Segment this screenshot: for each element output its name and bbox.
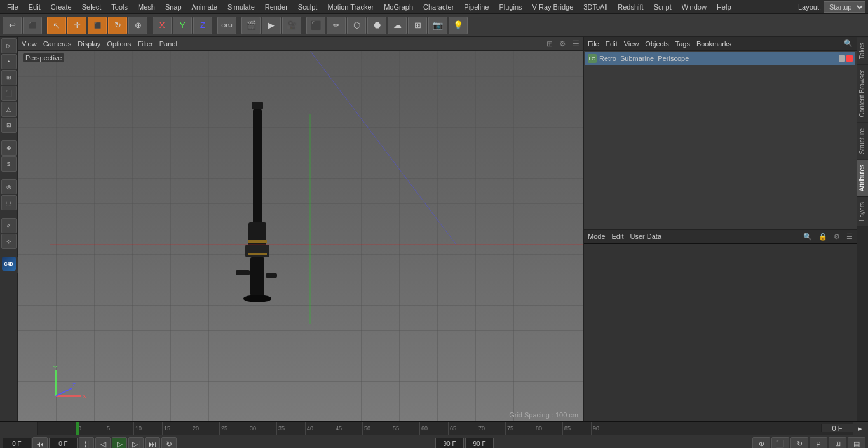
viewport[interactable]: View Cameras Display Options Filter Pane… (18, 37, 583, 421)
menu-redshift[interactable]: Redshift (613, 2, 648, 12)
menu-script[interactable]: Script (649, 2, 676, 12)
mode-edges[interactable]: ⊞ (1, 70, 17, 85)
redo-button[interactable]: ⬛ (23, 17, 42, 34)
vp-expand-icon[interactable]: ⊞ (546, 39, 553, 48)
transport-key-sel[interactable]: ⬛ (771, 437, 789, 449)
mode-sculpt[interactable]: △ (1, 102, 17, 117)
camera-button[interactable]: 📷 (428, 17, 447, 34)
layout-select[interactable]: Startup (824, 1, 865, 13)
transport-loop[interactable]: ↻ (161, 437, 177, 449)
rp-menu-tags[interactable]: Tags (675, 40, 690, 48)
snap-btn[interactable]: ⊕ (1, 140, 17, 156)
transport-current-field[interactable] (49, 438, 78, 449)
attr-settings-icon[interactable]: ⚙ (834, 233, 840, 241)
menu-vray[interactable]: V-Ray Bridge (528, 2, 578, 12)
menu-plugins[interactable]: Plugins (494, 2, 526, 12)
mode-points[interactable]: • (1, 54, 17, 69)
menu-create[interactable]: Create (46, 2, 76, 12)
mode-poly[interactable]: ⬛ (1, 86, 17, 101)
menu-select[interactable]: Select (78, 2, 106, 12)
pen-button[interactable]: ✏ (327, 17, 346, 34)
transport-fps-field[interactable] (465, 438, 494, 449)
rp-menu-view[interactable]: View (624, 40, 639, 48)
transport-key-auto[interactable]: ↻ (790, 437, 808, 449)
tab-takes[interactable]: Takes (857, 37, 868, 64)
vp-menu-display[interactable]: Display (78, 40, 100, 48)
render-view-button[interactable]: ▶ (262, 17, 281, 34)
transform-tool-button[interactable]: ⊕ (128, 17, 147, 34)
menu-3dtoall[interactable]: 3DToAll (579, 2, 612, 12)
menu-help[interactable]: Help (712, 2, 736, 12)
mode-uvw[interactable]: ⊡ (1, 118, 17, 133)
tab-layers[interactable]: Layers (857, 196, 868, 226)
y-axis-button[interactable]: Y (173, 17, 192, 34)
menu-sculpt[interactable]: Sculpt (294, 2, 322, 12)
attr-menu-icon[interactable]: ☰ (846, 233, 853, 241)
attr-menu-userdata[interactable]: User Data (630, 233, 662, 240)
object-axis-button[interactable]: OBJ (217, 17, 236, 34)
menu-edit[interactable]: Edit (24, 2, 45, 12)
attr-menu-edit[interactable]: Edit (612, 233, 624, 240)
transport-end-field[interactable] (435, 438, 464, 449)
extrude-button[interactable]: ⬣ (367, 17, 386, 34)
menu-mograph[interactable]: MoGraph (379, 2, 417, 12)
transport-key-all[interactable]: ⊕ (752, 437, 770, 449)
checker-button[interactable]: ⊞ (408, 17, 427, 34)
vp-menu-panel[interactable]: Panel (159, 40, 177, 48)
attr-search-icon[interactable]: 🔍 (803, 233, 812, 241)
timeline-ruler[interactable]: 0 5 10 15 20 25 30 35 40 45 50 55 60 65 … (38, 422, 821, 435)
undo-button[interactable]: ↩ (3, 17, 22, 34)
select-tool-button[interactable]: ↖ (47, 17, 66, 34)
attr-menu-mode[interactable]: Mode (588, 233, 606, 240)
menu-motion-tracker[interactable]: Motion Tracker (323, 2, 378, 12)
z-axis-button[interactable]: Z (193, 17, 212, 34)
tab-attributes[interactable]: Attributes (857, 159, 868, 196)
rp-menu-objects[interactable]: Objects (645, 40, 668, 48)
spline-button[interactable]: ⬡ (347, 17, 366, 34)
tab-structure[interactable]: Structure (857, 123, 868, 160)
menu-file[interactable]: File (3, 2, 23, 12)
transport-next-end[interactable]: ⏭ (145, 437, 160, 449)
paint-button[interactable]: ☁ (388, 17, 407, 34)
menu-animate[interactable]: Animate (187, 2, 222, 12)
transport-play[interactable]: ▷ (112, 437, 127, 449)
menu-tools[interactable]: Tools (107, 2, 132, 12)
attr-lock-icon[interactable]: 🔒 (818, 233, 827, 241)
transport-prev-start[interactable]: ⏮ (32, 437, 48, 449)
transport-start-field[interactable] (3, 438, 31, 449)
light-button[interactable]: 💡 (449, 17, 468, 34)
scale-tool-button[interactable]: ⬛ (88, 17, 107, 34)
timeline-playhead[interactable] (76, 422, 79, 435)
menu-simulate[interactable]: Simulate (223, 2, 259, 12)
x-axis-button[interactable]: X (153, 17, 172, 34)
transport-key-motion[interactable]: ▤ (848, 437, 865, 449)
vp-menu-cameras[interactable]: Cameras (43, 40, 72, 48)
menu-pipeline[interactable]: Pipeline (459, 2, 493, 12)
menu-window[interactable]: Window (677, 2, 711, 12)
transport-prev[interactable]: ◁ (95, 437, 111, 449)
texture-btn[interactable]: ⬚ (1, 195, 17, 210)
vp-menu-filter[interactable]: Filter (137, 40, 153, 48)
render-button[interactable]: 🎥 (282, 17, 301, 34)
mode-object[interactable]: ▷ (1, 38, 17, 53)
transport-key-pos[interactable]: P (810, 437, 827, 449)
timeline-end-btn[interactable]: ▸ (853, 422, 868, 435)
move-tool-button[interactable]: ✛ (67, 17, 86, 34)
vp-lock-icon[interactable]: ⚙ (559, 39, 566, 48)
axis-btn[interactable]: S (1, 156, 17, 172)
rp-menu-bookmarks[interactable]: Bookmarks (696, 40, 731, 48)
vp-menu-view[interactable]: View (22, 40, 37, 48)
menu-snap[interactable]: Snap (161, 2, 186, 12)
transport-key-grid[interactable]: ⊞ (829, 437, 846, 449)
solo-btn[interactable]: ◎ (1, 179, 17, 194)
rp-search-icon[interactable]: 🔍 (844, 39, 853, 48)
box-button[interactable]: ⬛ (306, 17, 325, 34)
rotate-tool-button[interactable]: ↻ (108, 17, 127, 34)
rp-menu-file[interactable]: File (588, 40, 599, 48)
vp-menu-options[interactable]: Options (107, 40, 131, 48)
transport-prev-frame[interactable]: ⟨| (79, 437, 94, 449)
rp-menu-edit[interactable]: Edit (606, 40, 618, 48)
menu-character[interactable]: Character (419, 2, 458, 12)
object-item-periscope[interactable]: LO Retro_Submarine_Periscope (585, 52, 855, 65)
vp-menu-icon[interactable]: ☰ (573, 39, 580, 48)
